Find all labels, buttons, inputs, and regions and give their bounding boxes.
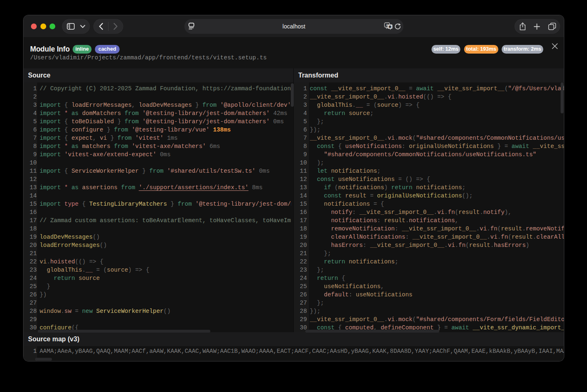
svg-text:✱: ✱ — [389, 25, 391, 29]
